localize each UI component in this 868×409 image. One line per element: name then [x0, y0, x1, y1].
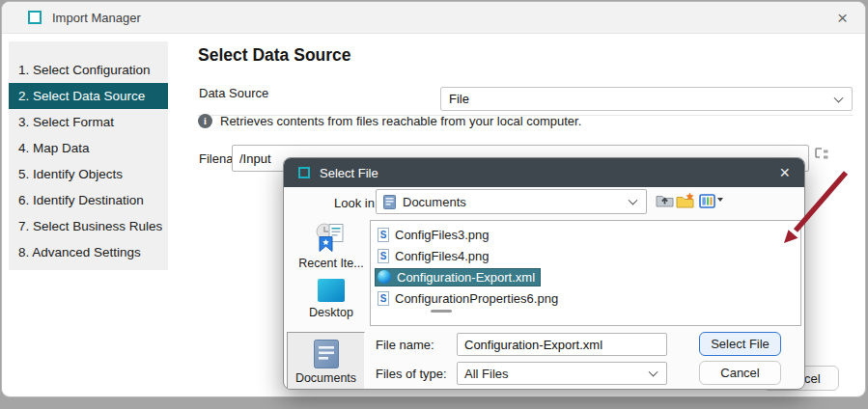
sidebar-item-select-data-source[interactable]: 2. Select Data Source [9, 83, 168, 109]
new-folder-icon[interactable] [675, 190, 696, 209]
sidebar-item-select-configuration[interactable]: 1. Select Configuration [9, 57, 168, 83]
file-name: ConfigFiles4.png [395, 249, 490, 263]
look-in-label: Look in: [334, 196, 378, 210]
wizard-steps-sidebar: 1. Select Configuration 2. Select Data S… [9, 41, 168, 270]
shortcut-label: Documents [295, 371, 356, 385]
file-name: ConfigurationProperties6.png [395, 291, 558, 306]
up-one-level-icon[interactable] [654, 190, 675, 209]
files-of-type-select[interactable]: All Files [457, 362, 667, 385]
app-icon [28, 11, 42, 24]
dialog-titlebar: Select File × [284, 158, 804, 187]
files-of-type-value: All Files [464, 367, 509, 381]
data-source-label: Data Source [199, 86, 268, 100]
select-file-button[interactable]: Select File [699, 332, 781, 356]
file-name-label: File name: [376, 338, 434, 352]
scrollbar-grip[interactable] [431, 310, 452, 313]
info-row: i Retrieves contents from files reachabl… [198, 114, 581, 128]
file-row[interactable]: S ConfigFiles4.png [371, 245, 800, 266]
sidebar-item-advanced-settings[interactable]: 8. Advanced Settings [9, 239, 168, 265]
window-title: Import Manager [52, 11, 141, 25]
close-icon[interactable]: × [833, 9, 852, 27]
dialog-cancel-button[interactable]: Cancel [699, 361, 781, 385]
file-name: Configuration-Export.xml [397, 270, 535, 285]
files-of-type-label: Files of type: [376, 367, 447, 381]
edge-browser-icon [378, 270, 391, 284]
data-source-select[interactable]: File [440, 87, 853, 111]
sidebar-item-select-format[interactable]: 3. Select Format [9, 109, 168, 135]
info-icon: i [198, 114, 212, 128]
page-title: Select Data Source [198, 45, 351, 66]
shortcut-label: Desktop [309, 306, 353, 319]
image-file-icon: S [378, 249, 389, 263]
view-menu-icon[interactable] [696, 191, 717, 210]
view-menu-caret-icon[interactable] [717, 198, 723, 202]
image-file-icon: S [378, 228, 389, 242]
shortcut-documents[interactable]: Documents [287, 332, 365, 390]
file-name: ConfigFiles3.png [395, 228, 490, 242]
shortcut-recent-items[interactable]: Recent Ite... [296, 222, 366, 270]
sidebar-item-identify-destination[interactable]: 6. Identify Destination [9, 187, 168, 213]
documents-icon [314, 340, 339, 368]
file-name-input[interactable] [457, 333, 667, 356]
sidebar-item-identify-objects[interactable]: 5. Identify Objects [9, 161, 168, 187]
window-titlebar: Import Manager × [2, 2, 865, 34]
data-source-value: File [449, 92, 469, 106]
dialog-app-icon [298, 167, 310, 178]
select-file-dialog: Select File × Look in: Documents [283, 157, 805, 390]
chevron-down-icon [834, 93, 844, 102]
look-in-select[interactable]: Documents [376, 189, 647, 214]
info-text: Retrieves contents from files reachable … [220, 114, 581, 128]
sidebar-item-select-business-rules[interactable]: 7. Select Business Rules [9, 213, 168, 239]
file-row-selected[interactable]: Configuration-Export.xml [371, 266, 800, 287]
document-icon [383, 195, 396, 209]
shortcut-label: Recent Ite... [298, 257, 363, 270]
image-file-icon: S [378, 291, 389, 306]
look-in-value: Documents [403, 195, 466, 209]
chevron-down-icon [649, 368, 658, 377]
file-row[interactable]: S ConfigFiles3.png [371, 224, 800, 245]
shortcut-desktop[interactable]: Desktop [296, 278, 366, 319]
dialog-close-icon[interactable]: × [776, 164, 793, 181]
chevron-down-icon [629, 196, 638, 205]
sidebar-item-map-data[interactable]: 4. Map Data [9, 135, 168, 161]
desktop-icon [317, 278, 346, 303]
browse-tree-icon[interactable] [813, 146, 830, 164]
dialog-title: Select File [320, 166, 378, 180]
file-row[interactable]: S ConfigurationProperties6.png [371, 287, 800, 309]
recent-items-icon [315, 222, 348, 254]
